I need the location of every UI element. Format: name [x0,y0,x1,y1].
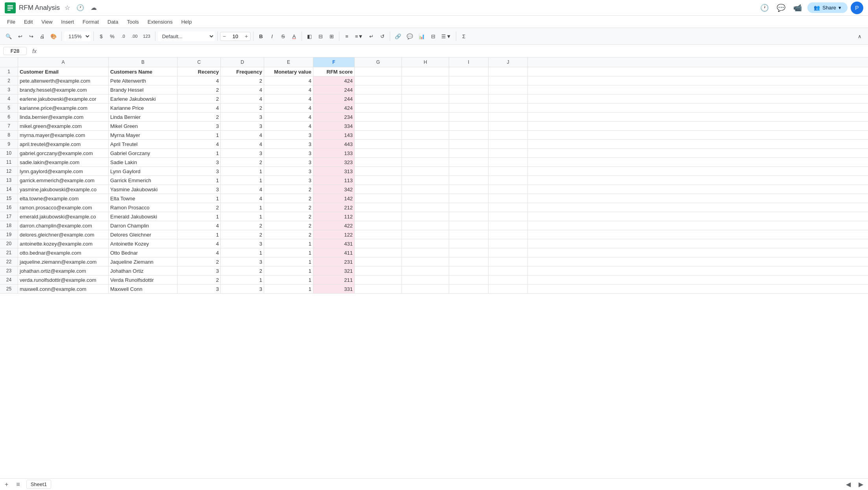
cell-d5[interactable]: 2 [221,104,264,112]
add-sheet-btn[interactable]: + [3,479,10,485]
cell-f3[interactable]: 244 [313,85,355,94]
cell-a11[interactable]: sadie.lakin@example.com [18,158,109,166]
cell-h4[interactable] [402,94,449,103]
cell-b14[interactable]: Yasmine Jakubowski [109,185,178,194]
cell-d20[interactable]: 3 [221,239,264,248]
row-num-18[interactable]: 18 [0,221,18,230]
cell-a10[interactable]: gabriel.gorczany@example.com [18,149,109,157]
cell-j21[interactable] [489,248,528,257]
cell-i15[interactable] [449,194,489,203]
cell-i16[interactable] [449,203,489,212]
cell-i1[interactable] [449,67,489,76]
cell-c11[interactable]: 3 [178,158,221,166]
cell-g2[interactable] [355,76,402,85]
cell-i24[interactable] [449,276,489,284]
cell-c18[interactable]: 4 [178,221,221,230]
cell-b6[interactable]: Linda Bernier [109,113,178,121]
cell-h5[interactable] [402,104,449,112]
cell-h11[interactable] [402,158,449,166]
row-num-15[interactable]: 15 [0,194,18,203]
cell-f2[interactable]: 424 [313,76,355,85]
cell-d4[interactable]: 4 [221,94,264,103]
cell-g6[interactable] [355,113,402,121]
cell-g5[interactable] [355,104,402,112]
menu-data[interactable]: Data [104,18,122,26]
cell-d14[interactable]: 4 [221,185,264,194]
meet-icon[interactable]: 📹 [791,1,804,15]
font-size-control[interactable]: − + [220,32,251,41]
cell-i25[interactable] [449,285,489,293]
col-header-f[interactable]: F [313,57,355,67]
cell-c2[interactable]: 4 [178,76,221,85]
paint-format-btn[interactable]: 🎨 [48,32,59,41]
cell-i17[interactable] [449,212,489,221]
cell-a21[interactable]: otto.bednar@example.com [18,248,109,257]
cell-a14[interactable]: yasmine.jakubowski@example.co [18,185,109,194]
menu-help[interactable]: Help [177,18,196,26]
menu-file[interactable]: File [3,18,19,26]
col-header-e[interactable]: E [264,57,313,67]
cell-b18[interactable]: Darron Champlin [109,221,178,230]
cell-f13[interactable]: 113 [313,176,355,185]
row-num-6[interactable]: 6 [0,113,18,121]
cell-c8[interactable]: 1 [178,131,221,139]
cell-g22[interactable] [355,257,402,266]
cell-f24[interactable]: 211 [313,276,355,284]
cell-h24[interactable] [402,276,449,284]
cell-e21[interactable]: 1 [264,248,313,257]
cell-d9[interactable]: 4 [221,140,264,148]
cell-e18[interactable]: 2 [264,221,313,230]
cell-g4[interactable] [355,94,402,103]
cell-e13[interactable]: 3 [264,176,313,185]
cell-f14[interactable]: 342 [313,185,355,194]
cell-i11[interactable] [449,158,489,166]
row-num-7[interactable]: 7 [0,122,18,130]
cell-a25[interactable]: maxwell.conn@example.com [18,285,109,293]
search-toolbar-btn[interactable]: 🔍 [3,32,14,41]
cell-j3[interactable] [489,85,528,94]
cell-e24[interactable]: 1 [264,276,313,284]
cell-c21[interactable]: 4 [178,248,221,257]
cell-f20[interactable]: 431 [313,239,355,248]
cell-e10[interactable]: 3 [264,149,313,157]
cell-b2[interactable]: Pete Altenwerth [109,76,178,85]
avatar[interactable]: P [851,2,863,14]
cell-g3[interactable] [355,85,402,94]
format-123-btn[interactable]: 123 [141,32,152,40]
cell-b10[interactable]: Gabriel Gorczany [109,149,178,157]
font-size-increase-btn[interactable]: + [242,32,250,40]
cell-i12[interactable] [449,167,489,176]
cell-f1[interactable]: RFM score [313,67,355,76]
cell-a22[interactable]: jaqueline.ziemann@example.com [18,257,109,266]
valign-btn[interactable]: ≡▼ [353,32,365,41]
cell-h15[interactable] [402,194,449,203]
cell-h6[interactable] [402,113,449,121]
cell-j18[interactable] [489,221,528,230]
cloud-icon[interactable]: ☁ [89,2,98,13]
cell-h1[interactable] [402,67,449,76]
cell-j17[interactable] [489,212,528,221]
row-num-14[interactable]: 14 [0,185,18,194]
cell-i14[interactable] [449,185,489,194]
cell-c3[interactable]: 2 [178,85,221,94]
cell-d15[interactable]: 4 [221,194,264,203]
cell-i13[interactable] [449,176,489,185]
cell-d19[interactable]: 2 [221,230,264,239]
cell-d2[interactable]: 2 [221,76,264,85]
cell-d12[interactable]: 1 [221,167,264,176]
col-header-a[interactable]: A [18,57,109,67]
cell-d18[interactable]: 2 [221,221,264,230]
cell-i23[interactable] [449,266,489,275]
row-num-23[interactable]: 23 [0,266,18,275]
last-edit-icon[interactable]: 🕐 [758,1,771,15]
cell-b9[interactable]: April Treutel [109,140,178,148]
row-num-8[interactable]: 8 [0,131,18,139]
sum-btn[interactable]: Σ [459,32,469,41]
filter-views-btn[interactable]: ☰▼ [439,32,453,41]
row-num-21[interactable]: 21 [0,248,18,257]
cell-i8[interactable] [449,131,489,139]
col-header-g[interactable]: G [355,57,402,67]
filter-btn[interactable]: ⊟ [428,32,438,41]
cell-e1[interactable]: Monetary value [264,67,313,76]
cell-f25[interactable]: 331 [313,285,355,293]
